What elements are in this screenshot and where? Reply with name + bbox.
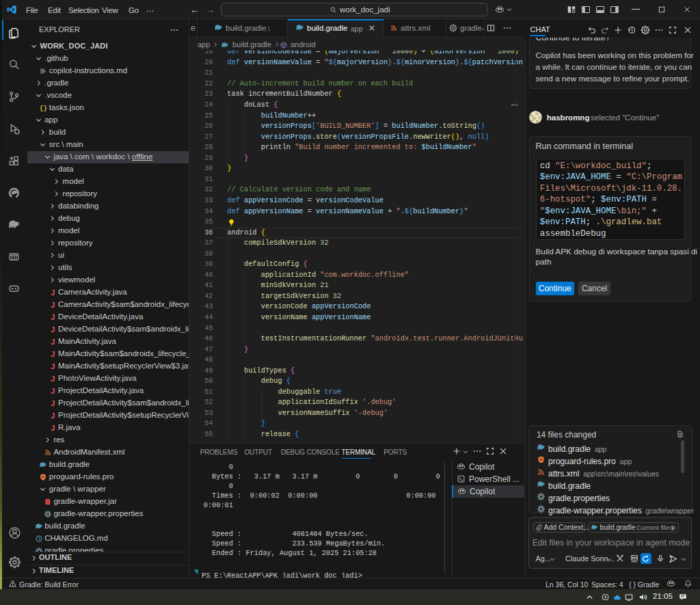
svg-text:J: J bbox=[51, 325, 55, 334]
svg-text:J: J bbox=[51, 387, 55, 395]
svg-text:J: J bbox=[51, 350, 55, 358]
svg-text:J: J bbox=[51, 313, 55, 321]
svg-text:J: J bbox=[51, 288, 55, 297]
svg-text:J: J bbox=[51, 338, 55, 346]
svg-text:{}: {} bbox=[40, 105, 47, 112]
svg-text:J: J bbox=[51, 412, 55, 420]
svg-text:J: J bbox=[51, 375, 55, 383]
svg-text:J: J bbox=[51, 424, 55, 432]
svg-text:J: J bbox=[51, 399, 55, 407]
svg-text:J: J bbox=[51, 362, 55, 371]
svg-text:J: J bbox=[51, 301, 55, 309]
